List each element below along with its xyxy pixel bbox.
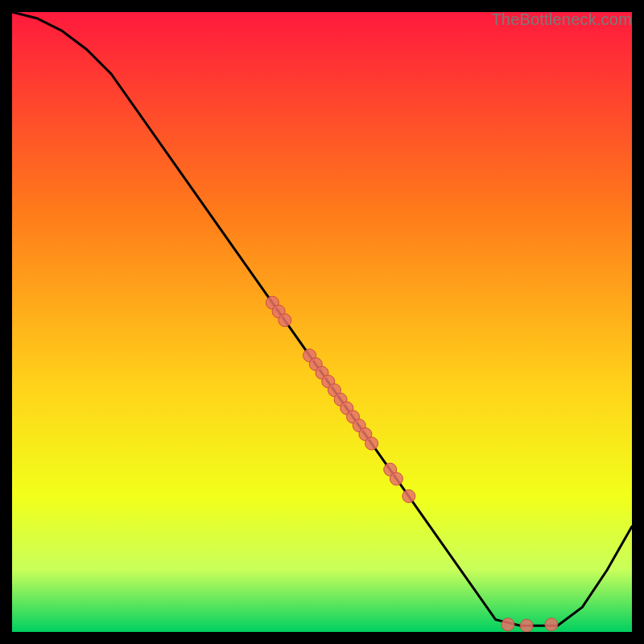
watermark-text: TheBottleneck.com: [491, 10, 632, 29]
scatter-dot: [365, 437, 378, 450]
scatter-dot: [390, 473, 402, 485]
scatter-dot: [520, 619, 533, 632]
scatter-dot: [279, 314, 291, 327]
scatter-dot: [545, 618, 558, 631]
scatter-dot: [402, 489, 415, 502]
gradient-background: [12, 12, 632, 632]
scatter-dot: [502, 618, 514, 631]
chart-plot: [12, 12, 632, 632]
chart-frame: TheBottleneck.com: [12, 12, 632, 632]
